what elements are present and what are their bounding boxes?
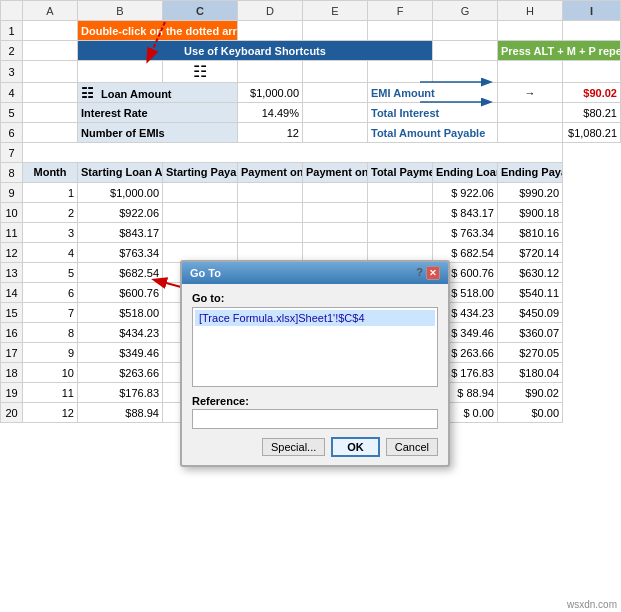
month-5: 5 — [23, 263, 78, 283]
cell-e3 — [303, 61, 368, 83]
cell-e1 — [303, 21, 368, 41]
row-num-6: 6 — [1, 123, 23, 143]
ending-payable-8: $360.07 — [498, 323, 563, 343]
interest-rate-value: 14.49% — [238, 103, 303, 123]
header-total-payment: Total Payment (EMI) — [368, 163, 433, 183]
cell-h1 — [498, 21, 563, 41]
goto-list-item[interactable]: [Trace Formula.xlsx]Sheet1'!$C$4 — [195, 310, 435, 326]
ending-loan-3: $ 763.34 — [433, 223, 498, 243]
ending-payable-9: $270.05 — [498, 343, 563, 363]
cell-g3 — [433, 61, 498, 83]
month-4: 4 — [23, 243, 78, 263]
cell-h4: → — [498, 83, 563, 103]
col-header-I[interactable]: I — [563, 1, 621, 21]
dialog-close-button[interactable]: ✕ — [426, 266, 440, 280]
goto-section-label: Go to: — [192, 292, 438, 304]
corner-header — [1, 1, 23, 21]
cell-a3 — [23, 61, 78, 83]
ending-payable-6: $540.11 — [498, 283, 563, 303]
header-ending-payable: Ending Payable Amount — [498, 163, 563, 183]
loan-amount-value: $1,000.00 — [238, 83, 303, 103]
month-2: 2 — [23, 203, 78, 223]
num-emis-value: 12 — [238, 123, 303, 143]
dialog-help[interactable]: ? — [416, 266, 423, 280]
special-button[interactable]: Special... — [262, 438, 325, 456]
row-num-16: 16 — [1, 323, 23, 343]
month-12: 12 — [23, 403, 78, 423]
cell-g2 — [433, 41, 498, 61]
cell-d1 — [238, 21, 303, 41]
total-payable-label: Total Amount Payable — [368, 123, 498, 143]
loan-amount-icon: ☷ — [81, 85, 94, 101]
cell-e4 — [303, 83, 368, 103]
interest-3 — [303, 223, 368, 243]
row-num-14: 14 — [1, 283, 23, 303]
cell-a1 — [23, 21, 78, 41]
total-payable-value: $1,080.21 — [563, 123, 621, 143]
table-row: 10 2 $922.06 $ 843.17 $900.18 — [1, 203, 621, 223]
cell-e5 — [303, 103, 368, 123]
principal-3 — [238, 223, 303, 243]
col-header-G: G — [433, 1, 498, 21]
reference-input[interactable] — [192, 409, 438, 429]
ending-payable-3: $810.16 — [498, 223, 563, 243]
cell-a4 — [23, 83, 78, 103]
ending-payable-11: $90.02 — [498, 383, 563, 403]
row-num-20: 20 — [1, 403, 23, 423]
ending-payable-7: $450.09 — [498, 303, 563, 323]
month-11: 11 — [23, 383, 78, 403]
row-num-1: 1 — [1, 21, 23, 41]
col-header-F: F — [368, 1, 433, 21]
cell-a2 — [23, 41, 78, 61]
ok-button[interactable]: OK — [331, 437, 380, 457]
row-num-8: 8 — [1, 163, 23, 183]
row-num-7: 7 — [1, 143, 23, 163]
starting-loan-1: $1,000.00 — [78, 183, 163, 203]
goto-dialog[interactable]: Go To ? ✕ Go to: [Trace Formula.xlsx]She… — [180, 260, 450, 467]
col-header-C[interactable]: C — [163, 1, 238, 21]
starting-loan-8: $434.23 — [78, 323, 163, 343]
dialog-buttons: Special... OK Cancel — [192, 437, 438, 457]
interest-2 — [303, 203, 368, 223]
emi-2 — [368, 203, 433, 223]
month-8: 8 — [23, 323, 78, 343]
starting-loan-4: $763.34 — [78, 243, 163, 263]
principal-1 — [238, 183, 303, 203]
interest-1 — [303, 183, 368, 203]
instruction-right: Press ALT + M + P repeatedly. — [498, 41, 621, 61]
interest-rate-label: Interest Rate — [78, 103, 238, 123]
table-row: 9 1 $1,000.00 $ 922.06 $990.20 — [1, 183, 621, 203]
row-num-9: 9 — [1, 183, 23, 203]
total-interest-label: Total Interest — [368, 103, 498, 123]
ending-payable-12: $0.00 — [498, 403, 563, 423]
emi-1 — [368, 183, 433, 203]
starting-loan-2: $922.06 — [78, 203, 163, 223]
month-10: 10 — [23, 363, 78, 383]
row-num-12: 12 — [1, 243, 23, 263]
cancel-button[interactable]: Cancel — [386, 438, 438, 456]
row-num-11: 11 — [1, 223, 23, 243]
ending-payable-1: $990.20 — [498, 183, 563, 203]
row-num-19: 19 — [1, 383, 23, 403]
starting-payable-3 — [163, 223, 238, 243]
emi-value: $90.02 — [563, 83, 621, 103]
row-num-2: 2 — [1, 41, 23, 61]
num-emis-label: Number of EMIs — [78, 123, 238, 143]
instruction-top: Double-click on the dotted arrow. — [78, 21, 238, 41]
col-header-D: D — [238, 1, 303, 21]
cell-f1 — [368, 21, 433, 41]
col-header-A: A — [23, 1, 78, 21]
dialog-title-bar: Go To ? ✕ — [182, 262, 448, 284]
cell-b3 — [78, 61, 163, 83]
goto-list[interactable]: [Trace Formula.xlsx]Sheet1'!$C$4 — [192, 307, 438, 387]
cell-e6 — [303, 123, 368, 143]
row-num-18: 18 — [1, 363, 23, 383]
loan-amount-label: ☷ Loan Amount — [78, 83, 238, 103]
ending-payable-5: $630.12 — [498, 263, 563, 283]
starting-payable-1 — [163, 183, 238, 203]
row-num-3: 3 — [1, 61, 23, 83]
starting-loan-12: $88.94 — [78, 403, 163, 423]
starting-loan-7: $518.00 — [78, 303, 163, 323]
month-9: 9 — [23, 343, 78, 363]
row-num-4: 4 — [1, 83, 23, 103]
